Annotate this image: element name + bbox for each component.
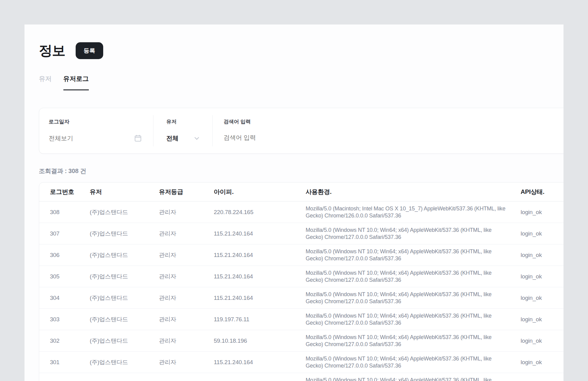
log-date-label: 로그일자	[49, 118, 142, 125]
cell-grade: 관리자	[159, 294, 214, 302]
cell-ip: 59.10.18.196	[214, 338, 306, 344]
cell-log-no: 303	[50, 316, 90, 323]
cell-user: (주)업스탠다드	[90, 251, 159, 259]
filter-panel: 로그일자 유저 전체	[39, 108, 564, 154]
cell-ip: 115.21.240.164	[214, 252, 306, 258]
table-row: 308 (주)업스탠다드 관리자 220.78.224.165 Mozilla/…	[39, 202, 564, 223]
cell-environment: Mozilla/5.0 (Windows NT 10.0; Win64; x64…	[306, 227, 511, 241]
cell-grade: 관리자	[159, 380, 214, 381]
user-filter-label: 유저	[166, 118, 200, 125]
cell-api-status: login_ok	[521, 359, 564, 366]
tab-user[interactable]: 유저	[39, 74, 52, 90]
cell-environment: Mozilla/5.0 (Windows NT 10.0; Win64; x64…	[306, 355, 511, 369]
table-row: 307 (주)업스탠다드 관리자 115.21.240.164 Mozilla/…	[39, 223, 564, 244]
cell-user: (주)업스탠다드	[90, 294, 159, 302]
cell-environment: Mozilla/5.0 (Windows NT 10.0; Win64; x64…	[306, 334, 511, 348]
cell-grade: 관리자	[159, 230, 214, 238]
cell-api-status: login_ok	[521, 273, 564, 280]
chevron-down-icon	[194, 135, 200, 141]
column-header-environment: 사용환경.	[306, 188, 521, 196]
page-title: 정보	[39, 42, 65, 60]
column-header-log-no: 로그번호	[50, 188, 90, 196]
column-header-api-status: API상태.	[521, 188, 564, 196]
column-header-user: 유저	[90, 188, 159, 196]
table-row: 306 (주)업스탠다드 관리자 115.21.240.164 Mozilla/…	[39, 244, 564, 266]
cell-grade: 관리자	[159, 251, 214, 259]
user-select[interactable]: 전체	[166, 134, 200, 142]
calendar-icon[interactable]	[134, 134, 142, 142]
cell-ip: 115.21.240.164	[214, 295, 306, 301]
cell-ip: 119.197.76.11	[214, 316, 306, 323]
cell-grade: 관리자	[159, 315, 214, 323]
cell-ip: 115.21.240.164	[214, 230, 306, 237]
search-label: 검색어 입력	[224, 118, 564, 125]
tab-user-log[interactable]: 유저로그	[63, 74, 89, 90]
cell-api-status: login_ok	[521, 295, 564, 301]
cell-user: (주)업스탠다드	[90, 358, 159, 366]
cell-user: (주)업스탠다드	[90, 273, 159, 281]
main-panel: 정보 등록 유저 유저로그 로그일자	[24, 25, 564, 381]
register-button[interactable]: 등록	[76, 42, 103, 59]
user-select-value: 전체	[166, 134, 179, 142]
cell-environment: Mozilla/5.0 (Windows NT 10.0; Win64; x64…	[306, 248, 511, 262]
cell-environment: Mozilla/5.0 (Windows NT 10.0; Win64; x64…	[306, 377, 511, 381]
table-header-row: 로그번호 유저 유저등급 아이피. 사용환경. API상태.	[39, 183, 564, 202]
table-row: 300 (주)업스탠다드 관리자 115.21.240.164 Mozilla/…	[39, 373, 564, 381]
cell-log-no: 307	[50, 230, 90, 237]
log-table-body: 308 (주)업스탠다드 관리자 220.78.224.165 Mozilla/…	[39, 202, 564, 381]
column-header-ip: 아이피.	[214, 188, 306, 196]
tab-bar: 유저 유저로그	[39, 74, 564, 90]
cell-ip: 115.21.240.164	[214, 359, 306, 366]
cell-ip: 220.78.224.165	[214, 209, 306, 216]
table-row: 302 (주)업스탠다드 관리자 59.10.18.196 Mozilla/5.…	[39, 330, 564, 352]
log-date-input[interactable]	[49, 135, 116, 142]
table-row: 304 (주)업스탠다드 관리자 115.21.240.164 Mozilla/…	[39, 287, 564, 309]
cell-user: (주)업스탠다드	[90, 337, 159, 345]
table-row: 303 (주)업스탠다드 관리자 119.197.76.11 Mozilla/5…	[39, 309, 564, 330]
table-row: 305 (주)업스탠다드 관리자 115.21.240.164 Mozilla/…	[39, 266, 564, 287]
cell-api-status: login_ok	[521, 209, 564, 216]
column-header-grade: 유저등급	[159, 188, 214, 196]
cell-grade: 관리자	[159, 337, 214, 345]
cell-api-status: login_ok	[521, 338, 564, 344]
cell-log-no: 305	[50, 273, 90, 280]
cell-log-no: 308	[50, 209, 90, 216]
cell-environment: Mozilla/5.0 (Windows NT 10.0; Win64; x64…	[306, 270, 511, 284]
cell-user: (주)업스탠다드	[90, 380, 159, 381]
cell-user: (주)업스탠다드	[90, 208, 159, 216]
cell-log-no: 304	[50, 295, 90, 301]
filter-search: 검색어 입력	[213, 108, 564, 153]
cell-environment: Mozilla/5.0 (Windows NT 10.0; Win64; x64…	[306, 291, 511, 305]
cell-grade: 관리자	[159, 208, 214, 216]
cell-ip: 115.21.240.164	[214, 273, 306, 280]
cell-grade: 관리자	[159, 358, 214, 366]
cell-environment: Mozilla/5.0 (Macintosh; Intel Mac OS X 1…	[306, 205, 511, 219]
filter-log-date: 로그일자	[39, 108, 153, 153]
table-row: 301 (주)업스탠다드 관리자 115.21.240.164 Mozilla/…	[39, 352, 564, 373]
cell-environment: Mozilla/5.0 (Windows NT 10.0; Win64; x64…	[306, 312, 511, 326]
title-row: 정보 등록	[39, 42, 564, 60]
cell-user: (주)업스탠다드	[90, 315, 159, 323]
cell-user: (주)업스탠다드	[90, 230, 159, 238]
cell-log-no: 306	[50, 252, 90, 258]
cell-log-no: 301	[50, 359, 90, 366]
filter-user: 유저 전체	[153, 108, 212, 153]
cell-log-no: 302	[50, 338, 90, 344]
search-input[interactable]	[224, 134, 352, 141]
cell-api-status: login_ok	[521, 230, 564, 237]
results-count: 조회결과 : 308 건	[39, 167, 564, 175]
user-log-table: 로그번호 유저 유저등급 아이피. 사용환경. API상태. 308 (주)업스…	[39, 182, 564, 381]
cell-grade: 관리자	[159, 273, 214, 281]
cell-api-status: login_ok	[521, 252, 564, 258]
cell-api-status: login_ok	[521, 316, 564, 323]
